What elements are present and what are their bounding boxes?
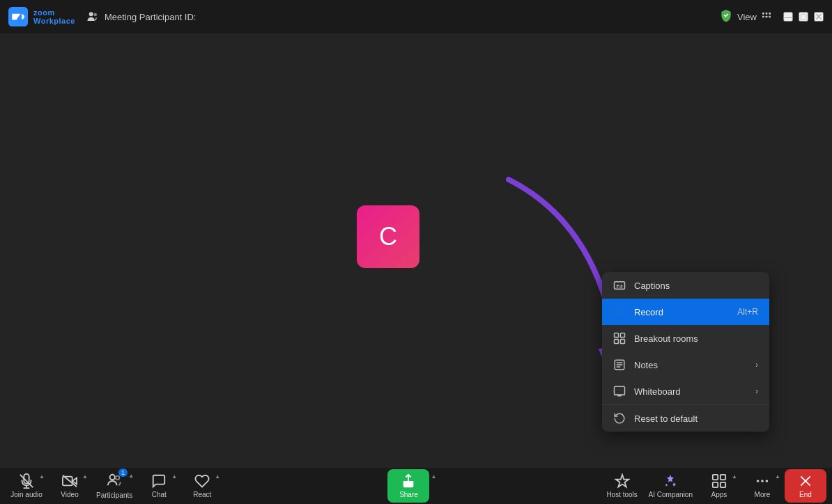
svg-rect-21 <box>713 475 718 480</box>
maximize-button[interactable]: □ <box>799 12 808 22</box>
ai-companion-label: AI Companion <box>649 491 693 498</box>
svg-rect-7 <box>766 16 768 18</box>
captions-label: Captions <box>634 281 758 291</box>
view-grid-icon <box>761 11 772 22</box>
react-label: React <box>193 491 211 498</box>
participants-icon <box>86 10 99 23</box>
main-content: C Captions <box>0 33 832 468</box>
participants-label: Participants <box>96 491 132 499</box>
svg-rect-4 <box>766 13 768 15</box>
minimize-button[interactable]: — <box>783 12 793 22</box>
join-audio-caret[interactable]: ▲ <box>39 473 45 480</box>
chat-icon <box>151 473 167 489</box>
svg-rect-22 <box>721 475 725 480</box>
svg-point-19 <box>116 476 120 480</box>
window-controls: — □ ✕ <box>783 12 824 22</box>
chat-button[interactable]: Chat ▲ <box>138 471 180 501</box>
svg-rect-5 <box>769 13 771 15</box>
svg-point-2 <box>93 13 97 17</box>
participants-button[interactable]: 1 Participants ▲ <box>92 470 137 502</box>
more-label: More <box>755 491 771 498</box>
participants-caret[interactable]: ▲ <box>128 473 134 479</box>
title-bar: zoom Workplace Meeting Participant ID: V… <box>0 0 832 33</box>
toolbar-right-group: Host tools AI Companion Apps ▲ <box>601 469 826 503</box>
video-icon <box>62 473 77 489</box>
shield-security-icon <box>719 8 733 26</box>
join-audio-label: Join audio <box>10 491 43 498</box>
chat-label: Chat <box>152 491 167 498</box>
whiteboard-icon <box>613 385 626 397</box>
svg-rect-16 <box>615 386 625 395</box>
share-caret[interactable]: ▲ <box>431 473 436 480</box>
svg-rect-23 <box>713 482 718 487</box>
svg-rect-14 <box>621 340 625 344</box>
record-shortcut: Alt+R <box>737 307 758 317</box>
svg-rect-17 <box>63 477 72 486</box>
menu-item-breakout-rooms[interactable]: Breakout rooms <box>602 325 769 352</box>
end-button[interactable]: End <box>785 469 826 503</box>
apps-button[interactable]: Apps ▲ <box>698 471 740 501</box>
notes-submenu-arrow: › <box>755 360 758 370</box>
whiteboard-label: Whiteboard <box>634 386 747 397</box>
end-label: End <box>799 491 812 498</box>
more-icon <box>755 473 770 489</box>
notes-label: Notes <box>634 360 747 370</box>
reset-icon <box>613 412 626 425</box>
zoom-logo-icon <box>8 7 28 26</box>
svg-point-1 <box>89 12 93 16</box>
logo-workplace-text: Workplace <box>33 17 75 25</box>
ai-companion-button[interactable]: AI Companion <box>645 471 697 501</box>
apps-caret[interactable]: ▲ <box>732 473 737 480</box>
menu-item-notes[interactable]: Notes › <box>602 352 769 378</box>
host-tools-button[interactable]: Host tools <box>601 471 643 501</box>
share-button[interactable]: Share <box>387 469 429 503</box>
menu-item-reset[interactable]: Reset to default <box>602 405 769 432</box>
svg-rect-13 <box>615 340 619 344</box>
chat-caret[interactable]: ▲ <box>171 473 177 480</box>
menu-item-record[interactable]: Record Alt+R <box>602 299 769 325</box>
react-icon <box>194 473 210 489</box>
logo-area: zoom Workplace <box>8 7 75 26</box>
svg-rect-8 <box>769 16 771 18</box>
video-caret[interactable]: ▲ <box>82 473 88 480</box>
svg-point-26 <box>761 480 764 482</box>
join-audio-button[interactable]: Join audio ▲ <box>6 471 47 501</box>
react-caret[interactable]: ▲ <box>215 473 220 480</box>
participant-avatar: C <box>357 205 419 268</box>
record-label: Record <box>634 307 729 317</box>
microphone-icon <box>19 473 34 489</box>
meeting-participant-label: Meeting Participant ID: <box>105 12 197 22</box>
more-caret[interactable]: ▲ <box>775 473 780 480</box>
svg-rect-12 <box>621 333 625 338</box>
host-tools-icon <box>615 473 630 489</box>
avatar-container: C <box>357 205 419 268</box>
toolbar: Join audio ▲ Video ▲ 1 <box>0 468 832 504</box>
react-button[interactable]: React ▲ <box>181 471 223 501</box>
view-button[interactable]: View <box>719 8 772 26</box>
menu-item-captions[interactable]: Captions <box>602 272 769 299</box>
svg-rect-24 <box>721 482 725 487</box>
avatar-letter: C <box>379 222 397 251</box>
svg-point-25 <box>757 480 760 482</box>
menu-item-whiteboard[interactable]: Whiteboard › <box>602 378 769 404</box>
video-label: Video <box>61 491 78 498</box>
host-tools-label: Host tools <box>606 491 637 498</box>
more-button[interactable]: More ▲ <box>741 471 783 501</box>
toolbar-center-group: Share ▲ <box>387 469 436 503</box>
svg-rect-6 <box>762 16 764 18</box>
video-button[interactable]: Video ▲ <box>49 471 91 501</box>
apps-icon <box>711 473 727 489</box>
end-icon <box>798 473 813 489</box>
share-label: Share <box>399 491 418 498</box>
close-button[interactable]: ✕ <box>814 12 824 22</box>
notes-icon <box>613 359 626 371</box>
context-menu: Captions Record Alt+R Breakout rooms <box>602 272 769 432</box>
svg-point-18 <box>110 475 115 480</box>
view-label: View <box>737 12 757 22</box>
logo-text: zoom Workplace <box>33 8 75 25</box>
participant-count: 1 <box>118 468 128 477</box>
svg-point-27 <box>766 480 769 482</box>
reset-label: Reset to default <box>634 414 758 424</box>
record-icon <box>613 306 626 318</box>
captions-icon <box>613 279 626 292</box>
